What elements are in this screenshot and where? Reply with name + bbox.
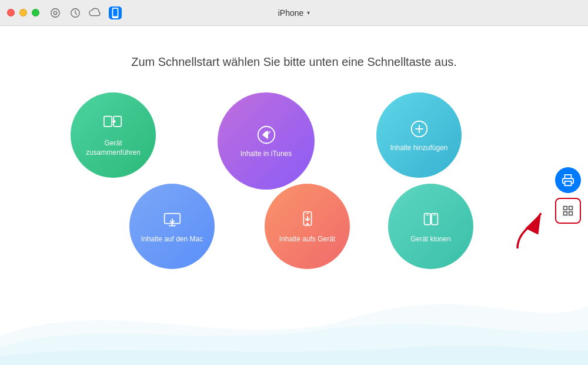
svg-point-5 xyxy=(115,16,116,18)
traffic-lights xyxy=(7,9,39,16)
svg-rect-4 xyxy=(113,8,117,16)
svg-rect-6 xyxy=(103,117,111,127)
add-label: Inhalte hinzufügen xyxy=(390,144,447,153)
svg-rect-25 xyxy=(564,207,567,210)
main-content: Zum Schnellstart wählen Sie bitte unten … xyxy=(0,26,588,365)
page-subtitle: Zum Schnellstart wählen Sie bitte unten … xyxy=(131,55,457,69)
mac-label: Inhalte auf den Mac xyxy=(141,235,203,244)
device-circle-button[interactable]: Inhalte aufs Gerät xyxy=(265,184,350,269)
minimize-button[interactable] xyxy=(19,9,27,16)
titlebar-icons xyxy=(49,6,122,19)
sidebar-buttons xyxy=(555,167,581,224)
device-label: Inhalte aufs Gerät xyxy=(279,235,335,244)
printer-button[interactable] xyxy=(555,167,581,193)
close-button[interactable] xyxy=(7,9,15,16)
itunes-label: Inhalte in iTunes xyxy=(240,150,292,159)
grid-button[interactable] xyxy=(555,198,581,224)
clock-icon[interactable] xyxy=(69,6,82,19)
svg-point-0 xyxy=(51,8,59,16)
maximize-button[interactable] xyxy=(32,9,39,16)
mac-circle-button[interactable]: Inhalte auf den Mac xyxy=(129,184,215,269)
merge-circle-button[interactable]: Gerätzusammenführen xyxy=(71,92,156,178)
svg-rect-26 xyxy=(569,207,573,210)
svg-rect-24 xyxy=(565,181,572,185)
phone-icon[interactable] xyxy=(109,6,122,19)
music-icon[interactable] xyxy=(49,6,62,19)
svg-point-1 xyxy=(54,11,56,14)
itunes-circle-button[interactable]: Inhalte in iTunes xyxy=(218,92,315,190)
svg-rect-27 xyxy=(564,212,567,215)
clone-circle-button[interactable]: Gerät klonen xyxy=(388,184,473,269)
svg-point-18 xyxy=(307,223,308,224)
clone-label: Gerät klonen xyxy=(410,235,451,244)
circles-container: Gerätzusammenführen Inhalte in iTunes In… xyxy=(35,81,553,304)
window-title: iPhone xyxy=(278,8,304,18)
svg-rect-28 xyxy=(569,212,573,215)
title-chevron[interactable]: ▾ xyxy=(307,9,310,16)
titlebar: iPhone ▾ xyxy=(0,0,588,26)
cloud-icon[interactable] xyxy=(89,6,102,19)
titlebar-center: iPhone ▾ xyxy=(278,8,310,18)
merge-label: Gerätzusammenführen xyxy=(86,139,141,157)
add-content-circle-button[interactable]: Inhalte hinzufügen xyxy=(376,92,462,178)
arrow-indicator xyxy=(512,207,547,257)
